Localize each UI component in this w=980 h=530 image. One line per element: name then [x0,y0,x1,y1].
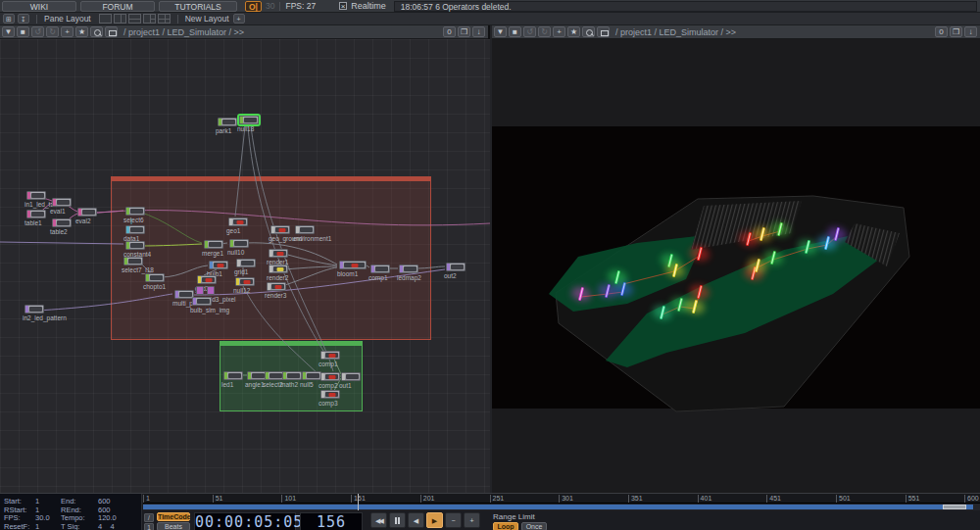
maximize-pane-icon[interactable]: ■ [17,26,29,37]
node-out2[interactable] [446,263,466,271]
node-grid1[interactable] [236,259,256,267]
search-icon[interactable] [90,26,103,37]
pane-type-dropdown-icon[interactable]: ▼ [2,26,15,37]
pane-type-dropdown-icon[interactable]: ▼ [494,26,507,37]
timeline-field-value[interactable]: 4 4 [98,522,115,530]
node-geo1[interactable] [228,217,248,226]
layout-single-icon[interactable] [99,14,112,24]
node-ledmap2[interactable] [399,265,418,273]
node-merge1[interactable] [204,240,223,249]
node-grid3_pixel[interactable] [207,286,215,295]
node-out1[interactable] [341,372,361,381]
node-led1[interactable] [223,371,243,380]
pause-button[interactable] [389,512,406,528]
node-angle1[interactable] [247,371,267,380]
node-null5[interactable] [302,371,321,380]
add-icon[interactable]: + [553,26,565,37]
network-path-breadcrumb[interactable]: / project1 / LED_Simulator / >> [615,27,933,37]
node-geo_ground[interactable] [270,225,290,234]
performance-badge[interactable]: O| [245,1,262,12]
node-render1[interactable] [269,249,288,258]
rewind-button[interactable]: ◀◀ [370,512,387,528]
realtime-checkbox-icon[interactable]: × [339,2,347,10]
back-icon[interactable]: ↺ [523,26,536,37]
node-select7_l18[interactable] [123,257,143,265]
node-bulb1[interactable] [209,261,228,269]
node-eval1[interactable] [52,198,72,207]
node-chopto1[interactable] [145,273,165,282]
node-in2_led_pattern[interactable] [24,305,44,313]
node-table2[interactable] [52,218,72,227]
collapse-pane-icon[interactable]: ↓ [472,26,485,37]
node-math2[interactable] [282,371,302,380]
node-comp1[interactable] [320,351,340,360]
playhead[interactable] [358,494,359,510]
floating-window-icon[interactable]: ❒ [458,26,470,37]
node-in1_led_table[interactable] [26,191,46,200]
layout-grid-icon[interactable] [158,14,171,24]
loop-button[interactable]: Loop [493,522,518,530]
timeline-ruler[interactable]: 151101151201251301351401451501551600 [143,494,980,504]
add-icon[interactable]: + [61,26,74,37]
node-render2[interactable] [269,265,288,273]
search-icon[interactable] [582,26,595,37]
node-tile[interactable] [196,286,204,295]
node-environment1[interactable] [295,225,315,234]
forward-icon[interactable]: ↻ [46,26,59,37]
node-null12[interactable] [235,277,255,286]
pane-counter[interactable]: 0 [443,26,456,37]
range-handle[interactable] [943,505,966,509]
keyboard-shortcut-toggle[interactable]: / [144,513,154,522]
node-table1[interactable] [26,210,46,218]
node-grid3[interactable] [197,275,217,284]
maximize-pane-icon[interactable]: ■ [509,26,521,37]
timeline-field-value[interactable]: 1 [35,522,39,530]
node-comp2[interactable] [320,372,340,381]
step-size-toggle[interactable]: 1 [144,523,154,530]
network-path-breadcrumb[interactable]: / project1 / LED_Simulator / >> [123,27,441,37]
new-layout-add-button[interactable]: + [233,14,245,24]
network-editor[interactable]: park1null18in1_led_tableeval1table1table… [0,39,490,493]
pane-counter[interactable]: 0 [935,26,948,37]
frame-display[interactable]: 156 [300,512,363,530]
node-multi_pattern[interactable] [174,290,194,299]
menu-tab-wiki[interactable]: WIKI [2,1,76,12]
node-render3[interactable] [267,282,286,291]
timecode-mode-button[interactable]: TimeCode [157,512,190,521]
import-layout-icon[interactable]: ↧ [18,14,29,24]
node-bulb_sim_img[interactable] [192,297,212,306]
node-data1[interactable] [125,225,145,234]
bookmark-star-icon[interactable]: ★ [75,26,88,37]
region-title-bar[interactable] [112,177,430,181]
network-overview-icon[interactable] [597,26,610,37]
node-select6[interactable] [125,207,145,216]
window-placement-icon[interactable]: ⊞ [3,14,15,24]
step-back-button[interactable]: ◀ [408,512,424,528]
back-icon[interactable]: ↺ [31,26,44,37]
node-park1[interactable] [218,118,237,126]
region-title-bar[interactable] [220,342,362,346]
menu-tab-tutorials[interactable]: TUTORIALS [159,1,237,12]
node-comp3[interactable] [320,390,340,399]
node-null10[interactable] [229,239,249,248]
bookmark-star-icon[interactable]: ★ [567,26,580,37]
node-eval2[interactable] [77,208,97,217]
node-select2[interactable] [265,371,284,380]
node-constant4[interactable] [125,241,145,250]
collapse-pane-icon[interactable]: ↓ [964,26,977,37]
layout-split-three-icon[interactable] [143,14,156,24]
layout-split-horizontal-icon[interactable] [128,14,141,24]
beats-mode-button[interactable]: Beats [157,522,190,530]
node-bloom1[interactable] [339,261,367,269]
range-fill[interactable] [143,505,973,509]
node-null18[interactable] [239,116,259,124]
node-comp1[interactable] [370,265,390,273]
layout-split-vertical-icon[interactable] [114,14,126,24]
network-overview-icon[interactable] [105,26,118,37]
render-viewer[interactable] [492,39,980,493]
play-button[interactable]: ▶ [426,512,443,528]
forward-icon[interactable]: ↻ [538,26,551,37]
menu-tab-forum[interactable]: FORUM [80,1,155,12]
step-back-frame-button[interactable]: − [445,512,462,528]
floating-window-icon[interactable]: ❒ [950,26,962,37]
